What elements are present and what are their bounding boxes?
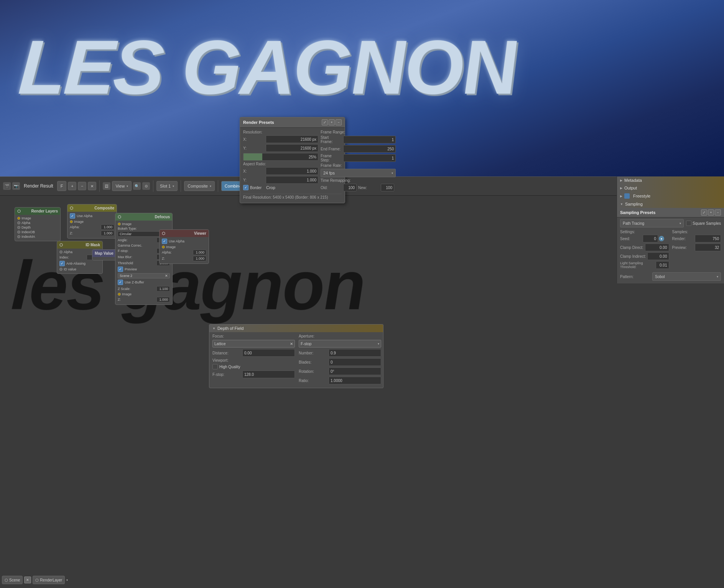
defocus-scene-close[interactable]: ✕: [165, 274, 168, 278]
x-field-row: X:: [243, 135, 318, 143]
viewer-use-alpha-check[interactable]: ✓: [162, 239, 167, 244]
new-input[interactable]: [381, 184, 394, 191]
border-checkbox[interactable]: ✓: [243, 185, 248, 190]
composite-z-lbl: Z:: [70, 231, 73, 235]
slot-dropdown[interactable]: Slot 1 ▾: [156, 181, 178, 191]
scene-icon: ⬡: [5, 578, 8, 582]
close-panel-btn[interactable]: −: [336, 119, 342, 125]
y-input[interactable]: [266, 144, 318, 152]
defocus-zbuffer-label: Use Z-Buffer: [125, 280, 144, 284]
clamp-direct-input[interactable]: [645, 244, 669, 251]
seed-row: Seed: ●: [620, 235, 669, 242]
dof-ratio-input[interactable]: [329, 377, 381, 384]
pattern-row: Pattern: Sobol ▾: [617, 271, 724, 282]
defocus-zscale-lbl: Z Scale:: [118, 287, 130, 291]
composite-alpha-val: 1.000: [101, 224, 114, 230]
defocus-image-socket: Image: [118, 222, 170, 226]
defocus-z-row: Z: 1.000: [118, 297, 170, 302]
node-viewer-icon: ⬡: [162, 231, 165, 236]
view-dropdown[interactable]: View ▾: [112, 181, 132, 191]
frame-rate-dropdown[interactable]: 24 fps ▾: [321, 169, 396, 177]
dof-number-label: Number:: [299, 351, 326, 355]
aspect-y-input[interactable]: [266, 176, 318, 184]
output-label: Output: [624, 186, 637, 190]
dof-rotation-input[interactable]: [329, 367, 381, 375]
composite-dropdown[interactable]: Composite ▾: [184, 181, 215, 191]
seed-input[interactable]: [643, 235, 658, 242]
percent-bar[interactable]: 25%: [243, 153, 318, 161]
preview-input[interactable]: [695, 244, 721, 251]
f-label: F: [61, 184, 63, 188]
pattern-dropdown[interactable]: Sobol ▾: [652, 272, 721, 281]
border-label: Border: [250, 186, 262, 190]
dof-fstop-bottom-label: F-stop:: [212, 372, 239, 377]
output-section-header[interactable]: ▶ Output: [617, 184, 724, 192]
node-defocus-title: Defocus: [155, 215, 170, 219]
dof-blades-input[interactable]: [329, 358, 381, 366]
clamp-indirect-input[interactable]: [647, 252, 669, 260]
y-label: Y:: [243, 146, 264, 150]
defocus-scene-field[interactable]: Scene 2 ✕: [118, 273, 170, 278]
minus-button[interactable]: −: [78, 182, 86, 190]
freestyle-section-header[interactable]: ▶ Freestyle: [617, 192, 724, 200]
dof-right-col: Aperture: F-stop ▾ Number: Blades:: [299, 334, 381, 386]
preview-label: Preview:: [672, 245, 693, 250]
defocus-preview-check[interactable]: ✓: [118, 267, 123, 272]
square-samples-row: Square Samples: [686, 221, 721, 226]
dof-number-input[interactable]: [329, 349, 381, 357]
composite-image-label: Image: [74, 220, 84, 224]
dof-fstop-arrow: ▾: [378, 342, 379, 346]
render-layer-button[interactable]: ⬡ RenderLayer: [33, 576, 65, 584]
old-input[interactable]: [343, 184, 357, 191]
sampling-close-btn[interactable]: −: [715, 209, 721, 216]
expand-btn[interactable]: ⤢: [322, 119, 328, 125]
clamp-indirect-label: Clamp Indirect:: [620, 254, 646, 259]
dof-blades-label: Blades:: [299, 360, 326, 364]
start-frame-input[interactable]: [343, 136, 396, 143]
dof-triangle: ▼: [212, 327, 216, 330]
x-input[interactable]: [266, 135, 318, 143]
composite-use-alpha-check[interactable]: ✓: [70, 213, 75, 219]
defocus-bottom-image-dot: [118, 293, 121, 296]
dof-focus-input[interactable]: Lattice ✕: [212, 340, 295, 348]
dof-distance-input[interactable]: [242, 349, 295, 357]
sampling-add-btn[interactable]: +: [708, 209, 714, 216]
defocus-maxblur-lbl: Max Blur:: [118, 255, 132, 259]
defocus-zbuffer-check[interactable]: ✓: [118, 280, 123, 285]
id-mask-anti-aliasing-check[interactable]: ✓: [59, 261, 65, 266]
metadata-section-header[interactable]: ▶ Metadata: [617, 176, 724, 184]
light-sampling-input[interactable]: [656, 261, 669, 269]
scene-button[interactable]: ⬡ Scene: [2, 576, 23, 584]
dof-viewport-row: Viewport:: [212, 358, 295, 362]
render-input[interactable]: [695, 235, 721, 242]
dof-focus-close[interactable]: ✕: [290, 342, 293, 346]
x-button[interactable]: ✕: [88, 182, 96, 190]
dof-fstop-dropdown[interactable]: F-stop ▾: [299, 340, 381, 348]
viewer-use-alpha-row: ✓ Use Alpha: [162, 239, 206, 244]
scene-close-button[interactable]: ✕: [24, 576, 31, 583]
dof-left-col: Focus: Lattice ✕ Distance: Viewport:: [212, 334, 295, 386]
dof-fstop-bottom-input[interactable]: [242, 371, 295, 378]
path-tracing-dropdown[interactable]: Path Tracing ▾: [620, 219, 684, 227]
dof-hq-check[interactable]: [212, 364, 218, 369]
seed-icon[interactable]: ●: [659, 236, 664, 241]
time-remapping-label: Time Remapping:: [321, 178, 351, 183]
frame-step-input[interactable]: [343, 154, 396, 162]
aspect-x-input[interactable]: [266, 167, 318, 175]
composite-z-val: 1.000: [101, 231, 114, 236]
id-mask-anti-aliasing-label: Anti-Aliasing: [66, 262, 86, 265]
square-samples-check[interactable]: [686, 221, 691, 226]
composite-image-dot: [70, 220, 73, 223]
f-button[interactable]: F: [57, 181, 67, 191]
sampling-expand-btn[interactable]: ⤢: [701, 209, 707, 216]
composite-use-alpha-row: ✓ Use Alpha: [70, 213, 114, 219]
resolution-label: Resolution:: [243, 130, 274, 134]
pattern-label: Pattern:: [620, 275, 651, 279]
sampling-section-header[interactable]: ▼ Sampling: [617, 200, 724, 208]
sep1: [99, 180, 100, 192]
end-frame-input[interactable]: [343, 145, 396, 153]
add-panel-btn[interactable]: +: [329, 119, 335, 125]
add-button[interactable]: +: [68, 182, 76, 190]
composite-use-alpha-label: Use Alpha: [77, 214, 92, 218]
defocus-gamma-lbl: Gamma Correc.: [118, 244, 142, 247]
